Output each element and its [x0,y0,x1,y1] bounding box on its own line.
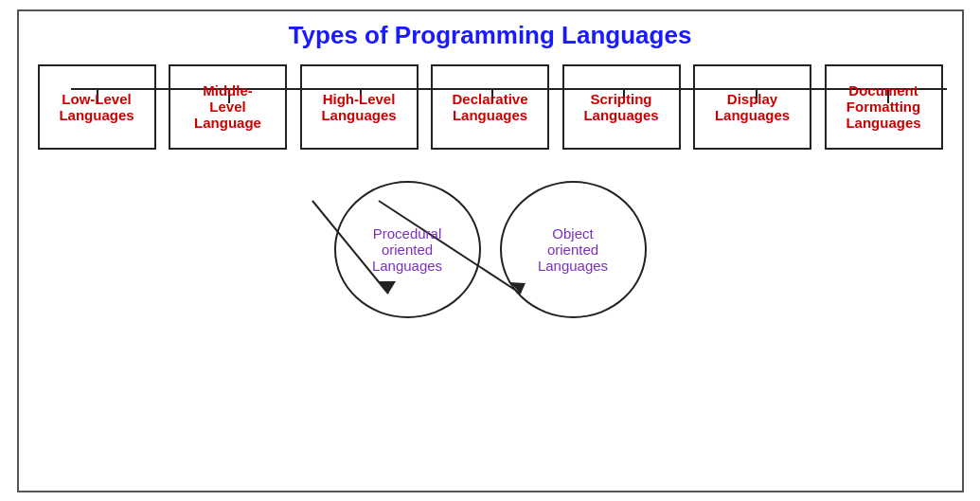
object-oriented-circle: ObjectorientedLanguages [500,181,647,318]
procedural-label: ProceduralorientedLanguages [372,225,442,274]
diagram-title: Types of Programming Languages [28,21,953,50]
low-level-label: Low-LevelLanguages [59,91,134,123]
bottom-section: ProceduralorientedLanguages Objectorient… [28,167,953,318]
document-formatting-box: DocumentFormattingLanguages [825,64,943,150]
procedural-circle: ProceduralorientedLanguages [334,181,481,318]
display-box: DisplayLanguages [693,64,811,150]
declarative-box: DeclarativeLanguages [431,64,549,150]
boxes-row: Low-LevelLanguages Middle-LevelLanguage … [28,64,953,150]
object-oriented-label: ObjectorientedLanguages [538,225,608,274]
document-formatting-label: DocumentFormattingLanguages [846,82,920,131]
scripting-box: ScriptingLanguages [562,64,681,150]
declarative-label: DeclarativeLanguages [452,91,527,123]
scripting-label: ScriptingLanguages [583,91,658,123]
circles-row: ProceduralorientedLanguages Objectorient… [28,181,953,318]
diagram-container: Types of Programming Languages Low-Level… [17,9,964,492]
low-level-box: Low-LevelLanguages [38,64,156,150]
high-level-box: High-LevelLanguages [300,64,419,150]
middle-level-box: Middle-LevelLanguage [169,64,287,150]
display-label: DisplayLanguages [715,91,790,123]
high-level-label: High-LevelLanguages [321,91,396,123]
middle-level-label: Middle-LevelLanguage [194,82,261,131]
